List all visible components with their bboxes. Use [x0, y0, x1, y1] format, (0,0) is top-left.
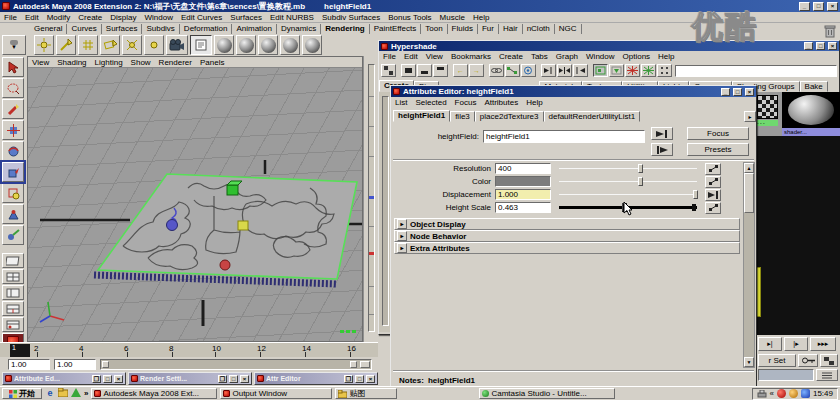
printer-icon[interactable]: [757, 390, 767, 398]
soft-mod-tool-button[interactable]: [2, 204, 24, 224]
green-cube-marker[interactable]: [227, 185, 238, 195]
range-start-field[interactable]: 1.00: [8, 359, 50, 370]
pane-full-button[interactable]: [401, 64, 416, 77]
height-scale-field[interactable]: 0.463: [495, 202, 551, 213]
map-button[interactable]: [705, 202, 721, 214]
layout-single-pane-button[interactable]: [2, 253, 24, 268]
lasso-tool-button[interactable]: [2, 78, 24, 98]
menu-item[interactable]: Help: [654, 52, 678, 61]
link-button[interactable]: [489, 64, 504, 77]
texture-swatch[interactable]: [757, 95, 778, 119]
menu-item[interactable]: Selected: [411, 98, 450, 107]
resolution-field[interactable]: 400: [495, 163, 551, 174]
camera-shelf-button[interactable]: [166, 35, 188, 55]
red-sphere-marker[interactable]: [220, 260, 230, 270]
swatch-size-button[interactable]: [381, 64, 396, 77]
output-connection-button[interactable]: [651, 143, 673, 156]
restore-icon[interactable]: ❐: [92, 375, 101, 383]
menu-item[interactable]: Edit Curves: [177, 13, 226, 22]
menu-item[interactable]: Display: [106, 13, 140, 22]
menu-item[interactable]: Edit: [400, 52, 422, 61]
show-manipulator-button[interactable]: [2, 225, 24, 245]
menu-item[interactable]: Create: [495, 52, 527, 61]
material-sphere-shelf-button[interactable]: [280, 35, 300, 55]
shelf-tab[interactable]: Fluids: [448, 24, 478, 34]
close-icon[interactable]: ×: [827, 2, 838, 11]
close-icon[interactable]: ×: [745, 88, 754, 96]
shelf-tab[interactable]: PaintEffects: [370, 24, 422, 34]
displacement-slider[interactable]: [557, 189, 699, 200]
universal-manipulator-button[interactable]: [2, 183, 24, 203]
viewport-menu-item[interactable]: Shading: [53, 58, 90, 67]
menu-item[interactable]: File: [379, 52, 400, 61]
perspective-viewport[interactable]: View Shading Lighting Show Renderer Pane…: [27, 56, 363, 342]
menu-item[interactable]: Focus: [451, 98, 481, 107]
shelf-selector-button[interactable]: ▼: [2, 35, 26, 55]
minimized-window-attr-editor[interactable]: Attr Editor ❐ □ ×: [254, 372, 378, 385]
layout-persp-outliner-button[interactable]: [2, 285, 24, 300]
maximize-icon[interactable]: □: [813, 2, 824, 11]
show-top-tabs-button[interactable]: [593, 64, 608, 77]
taskbar-button-maya[interactable]: Autodesk Maya 2008 Ext...: [91, 388, 217, 399]
back-arrow-button[interactable]: ←: [453, 64, 468, 77]
messenger-icon[interactable]: [789, 389, 798, 398]
shelf-tab[interactable]: Deformation: [180, 24, 233, 34]
color-slider[interactable]: [557, 176, 699, 187]
pane-bottom-button[interactable]: [417, 64, 432, 77]
rotate-tool-button[interactable]: [2, 141, 24, 161]
shelf-tab[interactable]: Toon: [421, 24, 447, 34]
color-swatch[interactable]: [495, 176, 551, 187]
anim-preferences-button[interactable]: [820, 354, 838, 367]
show-bottom-tabs-button[interactable]: [609, 64, 624, 77]
tab-heightfield1[interactable]: heightField1: [393, 110, 450, 122]
shader-swatch[interactable]: [782, 92, 840, 128]
material-sphere-shelf-button[interactable]: [258, 35, 278, 55]
rearrange-graph-button[interactable]: [521, 64, 536, 77]
menu-item[interactable]: Tabs: [527, 52, 552, 61]
hypershade-title-bar[interactable]: Hypershade _ □ ×: [379, 41, 839, 51]
shelf-tab[interactable]: General: [30, 24, 67, 34]
minimized-window-attribute-editor[interactable]: Attribute Ed... ❐ □ ×: [2, 372, 126, 385]
focus-button[interactable]: Focus: [687, 127, 749, 140]
viewport-menu-item[interactable]: Show: [127, 58, 155, 67]
start-button[interactable]: 开始: [2, 388, 42, 399]
character-set-button[interactable]: r Set: [758, 354, 796, 367]
tab-place2dtexture3[interactable]: place2dTexture3: [475, 111, 544, 122]
shelf-tab[interactable]: Curves: [67, 24, 101, 34]
section-object-display[interactable]: ▸ Object Display: [394, 218, 740, 230]
close-icon[interactable]: ×: [240, 375, 249, 383]
menu-item[interactable]: Create: [74, 13, 106, 22]
menu-item[interactable]: Subdiv Surfaces: [318, 13, 384, 22]
viewport-menu-item[interactable]: Renderer: [155, 58, 196, 67]
step-forward-key-button[interactable]: ▸|: [758, 337, 782, 351]
fast-forward-button[interactable]: ▸▸▸: [810, 337, 836, 351]
minimize-icon[interactable]: _: [721, 88, 730, 96]
menu-item[interactable]: List: [391, 98, 411, 107]
menu-item[interactable]: Bookmarks: [447, 52, 495, 61]
menu-item[interactable]: Surfaces: [226, 13, 266, 22]
paint-tool-button[interactable]: [2, 99, 24, 119]
menu-item[interactable]: Edit NURBS: [266, 13, 318, 22]
range-slider[interactable]: [100, 359, 372, 370]
expand-arrow-icon[interactable]: ▸: [397, 243, 407, 253]
move-tool-button[interactable]: [2, 120, 24, 140]
attribute-editor-window[interactable]: Attribute Editor: heightField1 _ □ × Lis…: [390, 85, 757, 400]
forward-arrow-button[interactable]: →: [469, 64, 484, 77]
shelf-tab[interactable]: Dynamics: [277, 24, 321, 34]
menu-item[interactable]: Options: [619, 52, 655, 61]
displacement-field[interactable]: 1.000: [495, 189, 551, 200]
shelf-tab[interactable]: Fur: [478, 24, 499, 34]
tab-scroll-button[interactable]: ▸: [744, 111, 756, 122]
maximize-icon[interactable]: □: [355, 375, 364, 383]
input-connection-button[interactable]: [651, 127, 673, 140]
maximize-icon[interactable]: □: [103, 375, 112, 383]
area-light-shelf-button[interactable]: [100, 35, 120, 55]
layout-four-pane-button[interactable]: [2, 269, 24, 284]
menu-item[interactable]: Muscle: [436, 13, 469, 22]
tray-collapse-chevron[interactable]: «: [770, 389, 774, 398]
expand-arrow-icon[interactable]: ▸: [397, 219, 407, 229]
maximize-icon[interactable]: □: [229, 375, 238, 383]
expand-arrow-icon[interactable]: ▸: [397, 231, 407, 241]
select-tool-button[interactable]: [2, 57, 24, 77]
channel-slider-strip[interactable]: [363, 56, 378, 342]
